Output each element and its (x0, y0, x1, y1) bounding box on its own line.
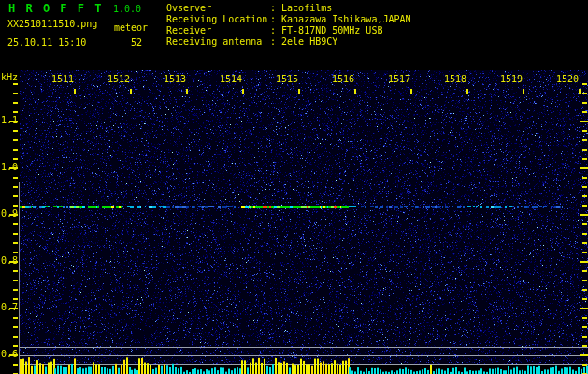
time-tick-label: 1516 (332, 75, 354, 84)
station-row-value: Kanazawa Ishikawa,JAPAN (281, 14, 410, 24)
station-row: Receiver: FT-817ND 50MHz USB (166, 25, 411, 36)
time-tick-label: 1515 (276, 75, 298, 84)
station-row-separator: : (270, 25, 281, 36)
app-version: 1.0.0 (113, 4, 141, 14)
station-row-value: Lacofilms (281, 3, 332, 13)
time-tick-label: 1520 (556, 75, 579, 84)
station-info: Ovserver: LacofilmsReceiving Location: K… (166, 3, 411, 48)
time-tick-label: 1514 (220, 75, 242, 84)
station-row: Receiving Location: Kanazawa Ishikawa,JA… (166, 14, 411, 25)
station-row-label: Receiver (166, 25, 270, 36)
freq-tick-label: 0.9 (0, 209, 18, 219)
time-tick-label: 1511 (51, 75, 74, 84)
station-row-value: 2ele HB9CY (281, 36, 337, 47)
station-row-label: Receiving Location (166, 14, 270, 25)
freq-tick-label: 0.7 (0, 303, 18, 312)
time-tick-label: 1518 (444, 75, 466, 84)
output-filename: XX2510111510.png (7, 19, 97, 29)
datetime-label: 25.10.11 15:10 (7, 37, 86, 48)
mode-label: meteor (114, 22, 148, 33)
time-tick-label: 1512 (108, 75, 130, 84)
time-tick-label: 1519 (500, 75, 523, 84)
freq-tick-label: 0.6 (0, 350, 18, 359)
app-title: H R O F F T (8, 2, 103, 15)
freq-axis-unit: kHz (1, 72, 18, 82)
station-row-label: Ovserver (166, 3, 270, 14)
station-row-value: FT-817ND 50MHz USB (281, 25, 382, 36)
freq-tick-label: 0.8 (0, 256, 18, 266)
freq-tick-label: 1.0 (0, 163, 18, 172)
freq-tick-label: 1.1 (0, 116, 18, 125)
spectrogram-canvas (0, 0, 588, 374)
station-row-separator: : (270, 3, 281, 13)
hrofft-window: H R O F F T 1.0.0 XX2510111510.png meteo… (0, 0, 588, 374)
time-tick-label: 1517 (388, 75, 410, 84)
station-row-separator: : (270, 36, 281, 47)
station-row: Receiving antenna: 2ele HB9CY (166, 36, 411, 48)
time-tick-label: 1513 (164, 75, 186, 84)
station-row: Ovserver: Lacofilms (166, 3, 411, 14)
meteor-count: 52 (131, 37, 142, 48)
station-row-separator: : (270, 14, 281, 24)
station-row-label: Receiving antenna (166, 36, 270, 48)
